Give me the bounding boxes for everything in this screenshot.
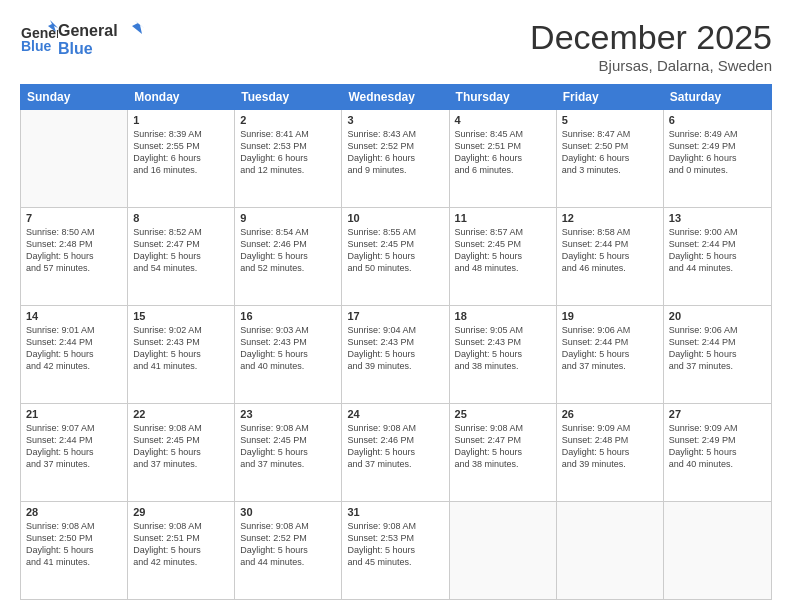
calendar-day-2: 2Sunrise: 8:41 AM Sunset: 2:53 PM Daylig… — [235, 110, 342, 207]
calendar-day-3: 3Sunrise: 8:43 AM Sunset: 2:52 PM Daylig… — [342, 110, 449, 207]
day-number: 22 — [133, 408, 229, 420]
calendar-day-19: 19Sunrise: 9:06 AM Sunset: 2:44 PM Dayli… — [557, 306, 664, 403]
day-info: Sunrise: 8:54 AM Sunset: 2:46 PM Dayligh… — [240, 226, 336, 275]
calendar-header: SundayMondayTuesdayWednesdayThursdayFrid… — [20, 84, 772, 110]
calendar-week-2: 14Sunrise: 9:01 AM Sunset: 2:44 PM Dayli… — [21, 306, 771, 404]
logo: General Blue — [20, 18, 58, 60]
day-info: Sunrise: 8:57 AM Sunset: 2:45 PM Dayligh… — [455, 226, 551, 275]
day-number: 7 — [26, 212, 122, 224]
svg-text:Blue: Blue — [58, 40, 93, 57]
calendar-body: 1Sunrise: 8:39 AM Sunset: 2:55 PM Daylig… — [20, 110, 772, 600]
day-header-wednesday: Wednesday — [342, 85, 449, 109]
day-info: Sunrise: 9:09 AM Sunset: 2:48 PM Dayligh… — [562, 422, 658, 471]
day-info: Sunrise: 9:08 AM Sunset: 2:45 PM Dayligh… — [240, 422, 336, 471]
day-number: 11 — [455, 212, 551, 224]
day-info: Sunrise: 8:50 AM Sunset: 2:48 PM Dayligh… — [26, 226, 122, 275]
day-number: 21 — [26, 408, 122, 420]
day-number: 13 — [669, 212, 766, 224]
day-info: Sunrise: 9:00 AM Sunset: 2:44 PM Dayligh… — [669, 226, 766, 275]
calendar-day-11: 11Sunrise: 8:57 AM Sunset: 2:45 PM Dayli… — [450, 208, 557, 305]
day-info: Sunrise: 8:47 AM Sunset: 2:50 PM Dayligh… — [562, 128, 658, 177]
day-number: 19 — [562, 310, 658, 322]
day-number: 27 — [669, 408, 766, 420]
day-number: 2 — [240, 114, 336, 126]
calendar-week-4: 28Sunrise: 9:08 AM Sunset: 2:50 PM Dayli… — [21, 502, 771, 599]
calendar-day-27: 27Sunrise: 9:09 AM Sunset: 2:49 PM Dayli… — [664, 404, 771, 501]
day-number: 8 — [133, 212, 229, 224]
calendar-day-22: 22Sunrise: 9:08 AM Sunset: 2:45 PM Dayli… — [128, 404, 235, 501]
calendar-week-3: 21Sunrise: 9:07 AM Sunset: 2:44 PM Dayli… — [21, 404, 771, 502]
day-header-monday: Monday — [128, 85, 235, 109]
calendar-day-25: 25Sunrise: 9:08 AM Sunset: 2:47 PM Dayli… — [450, 404, 557, 501]
svg-text:Blue: Blue — [21, 38, 52, 54]
day-info: Sunrise: 9:06 AM Sunset: 2:44 PM Dayligh… — [669, 324, 766, 373]
calendar-day-20: 20Sunrise: 9:06 AM Sunset: 2:44 PM Dayli… — [664, 306, 771, 403]
day-number: 14 — [26, 310, 122, 322]
day-number: 17 — [347, 310, 443, 322]
logo-icon: General Blue — [20, 18, 58, 56]
day-number: 20 — [669, 310, 766, 322]
day-info: Sunrise: 9:08 AM Sunset: 2:52 PM Dayligh… — [240, 520, 336, 569]
day-number: 10 — [347, 212, 443, 224]
day-info: Sunrise: 9:08 AM Sunset: 2:46 PM Dayligh… — [347, 422, 443, 471]
calendar-day-15: 15Sunrise: 9:02 AM Sunset: 2:43 PM Dayli… — [128, 306, 235, 403]
calendar-day-10: 10Sunrise: 8:55 AM Sunset: 2:45 PM Dayli… — [342, 208, 449, 305]
calendar-day-6: 6Sunrise: 8:49 AM Sunset: 2:49 PM Daylig… — [664, 110, 771, 207]
calendar-empty-cell — [450, 502, 557, 599]
day-info: Sunrise: 8:39 AM Sunset: 2:55 PM Dayligh… — [133, 128, 229, 177]
day-number: 25 — [455, 408, 551, 420]
day-info: Sunrise: 8:43 AM Sunset: 2:52 PM Dayligh… — [347, 128, 443, 177]
calendar-week-0: 1Sunrise: 8:39 AM Sunset: 2:55 PM Daylig… — [21, 110, 771, 208]
calendar-day-17: 17Sunrise: 9:04 AM Sunset: 2:43 PM Dayli… — [342, 306, 449, 403]
day-number: 24 — [347, 408, 443, 420]
day-info: Sunrise: 9:06 AM Sunset: 2:44 PM Dayligh… — [562, 324, 658, 373]
header: General Blue General Blue — [20, 18, 772, 74]
day-info: Sunrise: 8:45 AM Sunset: 2:51 PM Dayligh… — [455, 128, 551, 177]
day-info: Sunrise: 9:01 AM Sunset: 2:44 PM Dayligh… — [26, 324, 122, 373]
day-number: 30 — [240, 506, 336, 518]
day-header-tuesday: Tuesday — [235, 85, 342, 109]
day-number: 18 — [455, 310, 551, 322]
calendar-day-24: 24Sunrise: 9:08 AM Sunset: 2:46 PM Dayli… — [342, 404, 449, 501]
calendar-empty-cell — [21, 110, 128, 207]
day-info: Sunrise: 9:04 AM Sunset: 2:43 PM Dayligh… — [347, 324, 443, 373]
calendar-day-9: 9Sunrise: 8:54 AM Sunset: 2:46 PM Daylig… — [235, 208, 342, 305]
day-header-thursday: Thursday — [450, 85, 557, 109]
day-info: Sunrise: 9:09 AM Sunset: 2:49 PM Dayligh… — [669, 422, 766, 471]
calendar-day-16: 16Sunrise: 9:03 AM Sunset: 2:43 PM Dayli… — [235, 306, 342, 403]
calendar-empty-cell — [664, 502, 771, 599]
day-number: 12 — [562, 212, 658, 224]
calendar: SundayMondayTuesdayWednesdayThursdayFrid… — [20, 84, 772, 600]
day-number: 1 — [133, 114, 229, 126]
day-info: Sunrise: 9:05 AM Sunset: 2:43 PM Dayligh… — [455, 324, 551, 373]
day-info: Sunrise: 8:41 AM Sunset: 2:53 PM Dayligh… — [240, 128, 336, 177]
calendar-day-23: 23Sunrise: 9:08 AM Sunset: 2:45 PM Dayli… — [235, 404, 342, 501]
day-header-friday: Friday — [557, 85, 664, 109]
day-number: 4 — [455, 114, 551, 126]
day-info: Sunrise: 9:08 AM Sunset: 2:45 PM Dayligh… — [133, 422, 229, 471]
calendar-day-18: 18Sunrise: 9:05 AM Sunset: 2:43 PM Dayli… — [450, 306, 557, 403]
title-block: December 2025 Bjursas, Dalarna, Sweden — [530, 18, 772, 74]
day-number: 6 — [669, 114, 766, 126]
day-info: Sunrise: 9:03 AM Sunset: 2:43 PM Dayligh… — [240, 324, 336, 373]
calendar-day-29: 29Sunrise: 9:08 AM Sunset: 2:51 PM Dayli… — [128, 502, 235, 599]
location-title: Bjursas, Dalarna, Sweden — [530, 57, 772, 74]
calendar-day-31: 31Sunrise: 9:08 AM Sunset: 2:53 PM Dayli… — [342, 502, 449, 599]
day-info: Sunrise: 9:02 AM Sunset: 2:43 PM Dayligh… — [133, 324, 229, 373]
svg-marker-5 — [132, 20, 144, 34]
calendar-day-21: 21Sunrise: 9:07 AM Sunset: 2:44 PM Dayli… — [21, 404, 128, 501]
svg-text:General: General — [58, 22, 118, 39]
day-number: 23 — [240, 408, 336, 420]
day-info: Sunrise: 8:55 AM Sunset: 2:45 PM Dayligh… — [347, 226, 443, 275]
day-number: 31 — [347, 506, 443, 518]
day-number: 16 — [240, 310, 336, 322]
day-info: Sunrise: 8:49 AM Sunset: 2:49 PM Dayligh… — [669, 128, 766, 177]
month-title: December 2025 — [530, 18, 772, 57]
calendar-day-7: 7Sunrise: 8:50 AM Sunset: 2:48 PM Daylig… — [21, 208, 128, 305]
day-number: 9 — [240, 212, 336, 224]
day-header-sunday: Sunday — [21, 85, 128, 109]
day-number: 15 — [133, 310, 229, 322]
logo-text-block: General Blue — [58, 18, 148, 60]
calendar-day-26: 26Sunrise: 9:09 AM Sunset: 2:48 PM Dayli… — [557, 404, 664, 501]
logo-block: General Blue — [20, 18, 58, 60]
